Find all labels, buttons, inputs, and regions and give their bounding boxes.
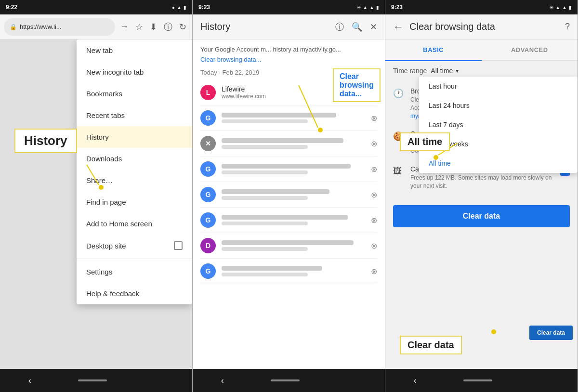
history-info-icon[interactable]: ⓘ bbox=[335, 21, 344, 33]
back-button-3[interactable]: ‹ bbox=[404, 372, 426, 390]
menu-item-recent-tabs[interactable]: Recent tabs bbox=[77, 105, 192, 126]
time-range-dropdown: Last hour Last 24 hours Last 7 days Last… bbox=[419, 77, 578, 173]
menu-item-downloads[interactable]: Downloads bbox=[77, 148, 192, 170]
history-item-0: L Lifewire www.lifewire.com ⊗ bbox=[200, 80, 377, 105]
wifi-icon: ▲ bbox=[177, 5, 182, 10]
clear-link-dot bbox=[318, 128, 323, 132]
history-item-4: G ⊗ bbox=[200, 182, 377, 208]
blurred-url-4 bbox=[222, 196, 308, 200]
address-pill[interactable]: 🔒 https://www.li... bbox=[4, 18, 115, 36]
cbd-help-icon[interactable]: ? bbox=[565, 22, 570, 32]
signal-icon-3: ▲ bbox=[555, 5, 560, 10]
phone-3-content: Time range All time ▼ 🕐 Browsing history… bbox=[385, 61, 578, 369]
phone-3: 9:23 ✳ ▲ ▲ ▮ ← Clear browsing data ? BAS… bbox=[385, 0, 578, 392]
remove-item-5[interactable]: ⊗ bbox=[371, 216, 377, 225]
clear-data-button[interactable]: Clear data bbox=[393, 205, 570, 227]
history-search-icon[interactable]: 🔍 bbox=[352, 22, 362, 32]
history-header-icons: ⓘ 🔍 ✕ bbox=[335, 21, 377, 33]
dropdown-arrow-icon: ▼ bbox=[455, 68, 460, 74]
dropdown-all-time[interactable]: All time bbox=[419, 154, 578, 173]
status-time-3: 9:23 bbox=[391, 4, 403, 11]
remove-item-4[interactable]: ⊗ bbox=[371, 190, 377, 199]
back-button-2[interactable]: ‹ bbox=[211, 372, 234, 390]
cbd-tabs: BASIC ADVANCED bbox=[385, 39, 578, 61]
bottom-nav-2: ‹ bbox=[193, 369, 385, 392]
time-range-label: Time range bbox=[393, 67, 427, 75]
site-info-1 bbox=[222, 113, 365, 123]
menu-item-settings[interactable]: Settings bbox=[77, 261, 192, 283]
cbd-title: Clear browsing data bbox=[409, 21, 559, 32]
clear-data-small-button[interactable]: Clear data bbox=[529, 326, 573, 340]
time-range-row: Time range All time ▼ bbox=[393, 67, 570, 75]
site-name-0: Lifewire bbox=[222, 85, 365, 93]
history-notice: Your Google Account m... history at myac… bbox=[200, 45, 377, 54]
remove-item-3[interactable]: ⊗ bbox=[371, 165, 377, 174]
clear-browsing-link[interactable]: Clear browsing data... bbox=[200, 56, 377, 63]
blurred-title-7 bbox=[222, 266, 322, 271]
tab-advanced[interactable]: ADVANCED bbox=[482, 39, 578, 60]
history-option-icon: 🕐 bbox=[393, 88, 405, 100]
history-item-2: ✕ ⊗ bbox=[200, 131, 377, 157]
site-icon-3: G bbox=[200, 161, 216, 177]
forward-icon[interactable]: → bbox=[118, 20, 131, 34]
site-info-0: Lifewire www.lifewire.com bbox=[222, 85, 365, 100]
bt-icon-3: ✳ bbox=[550, 5, 553, 10]
history-close-icon[interactable]: ✕ bbox=[370, 22, 377, 32]
cookies-option-icon: 🍪 bbox=[393, 131, 405, 143]
remove-item-2[interactable]: ⊗ bbox=[371, 139, 377, 148]
chrome-address-bar[interactable]: 🔒 https://www.li... → ☆ ⬇ ⓘ ↻ bbox=[0, 14, 192, 39]
phone-1-content: New tab New incognito tab Bookmarks Rece… bbox=[0, 39, 192, 369]
dropdown-last-7[interactable]: Last 7 days bbox=[419, 115, 578, 134]
dropdown-last-hour[interactable]: Last hour bbox=[419, 77, 578, 96]
desktop-checkbox[interactable] bbox=[174, 241, 183, 250]
menu-item-desktop[interactable]: Desktop site bbox=[77, 235, 192, 257]
remove-item-1[interactable]: ⊗ bbox=[371, 114, 377, 123]
clear-data-dot bbox=[491, 329, 496, 334]
cache-option-icon: 🖼 bbox=[393, 166, 405, 178]
blurred-title-1 bbox=[222, 113, 336, 118]
menu-item-share[interactable]: Share… bbox=[77, 170, 192, 191]
site-icon-2: ✕ bbox=[200, 136, 216, 151]
signal-icon-2: ▲ bbox=[363, 5, 368, 10]
download-icon[interactable]: ⬇ bbox=[148, 20, 159, 34]
home-bar-3 bbox=[463, 379, 492, 381]
tab-basic[interactable]: BASIC bbox=[385, 39, 482, 61]
info-icon[interactable]: ⓘ bbox=[162, 19, 174, 35]
blurred-url-3 bbox=[222, 170, 308, 174]
menu-divider bbox=[77, 259, 192, 259]
site-info-6 bbox=[222, 240, 365, 251]
blurred-url-5 bbox=[222, 222, 308, 225]
dropdown-last-4w[interactable]: Last 4 weeks bbox=[419, 134, 578, 154]
menu-item-add-home[interactable]: Add to Home screen bbox=[77, 213, 192, 235]
home-bar-1 bbox=[78, 379, 107, 381]
menu-item-find[interactable]: Find in page bbox=[77, 191, 192, 213]
dropdown-last-24[interactable]: Last 24 hours bbox=[419, 96, 578, 115]
bottom-nav-3: ‹ bbox=[385, 369, 578, 392]
time-range-select[interactable]: All time ▼ bbox=[431, 67, 460, 75]
menu-item-help[interactable]: Help & feedback bbox=[77, 283, 192, 304]
back-button-1[interactable]: ‹ bbox=[19, 372, 41, 390]
bottom-nav-1: ‹ bbox=[0, 369, 192, 392]
star-icon[interactable]: ☆ bbox=[133, 20, 145, 34]
site-url-0: www.lifewire.com bbox=[222, 93, 365, 100]
refresh-icon[interactable]: ↻ bbox=[177, 20, 188, 34]
site-info-7 bbox=[222, 266, 365, 276]
menu-item-bookmarks[interactable]: Bookmarks bbox=[77, 83, 192, 105]
blurred-url-1 bbox=[222, 119, 308, 123]
address-text: https://www.li... bbox=[20, 23, 62, 30]
history-item-7: G ⊗ bbox=[200, 259, 377, 284]
menu-item-incognito[interactable]: New incognito tab bbox=[77, 61, 192, 83]
site-info-4 bbox=[222, 189, 365, 200]
phone-1: 9:22 ● ▲ ▮ 🔒 https://www.li... → ☆ ⬇ ⓘ ↻… bbox=[0, 0, 193, 392]
remove-item-7[interactable]: ⊗ bbox=[371, 267, 377, 276]
remove-item-6[interactable]: ⊗ bbox=[371, 241, 377, 250]
cache-option-desc: Frees up 122 MB. Some sites may load mor… bbox=[410, 174, 554, 190]
cbd-back-icon[interactable]: ← bbox=[393, 21, 404, 33]
blurred-url-7 bbox=[222, 273, 308, 276]
status-icons-1: ● ▲ ▮ bbox=[172, 5, 186, 10]
remove-item-0[interactable]: ⊗ bbox=[371, 88, 377, 97]
bt-icon: ✳ bbox=[357, 5, 361, 10]
menu-item-new-tab[interactable]: New tab bbox=[77, 39, 192, 61]
menu-item-history[interactable]: History bbox=[77, 126, 192, 148]
site-icon-7: G bbox=[200, 263, 216, 279]
